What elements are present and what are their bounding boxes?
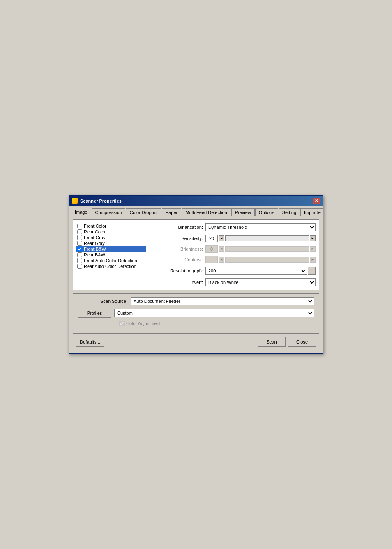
source-rear-bw[interactable]: Rear B&W <box>76 252 146 258</box>
binarization-control: Dynamic Threshold Fixed Processing Halft… <box>205 223 316 231</box>
resolution-custom-button[interactable]: ... <box>308 267 316 275</box>
sensitivity-row: Sensitivity: 20 ◄ ► <box>150 235 316 242</box>
resolution-control: 100 150 200 300 400 600 ... <box>205 267 316 275</box>
contrast-left-arrow: ◄ <box>219 257 224 263</box>
color-adjustment-checkbox <box>119 321 125 326</box>
sensitivity-value: 20 <box>205 235 218 242</box>
image-source-list: Front Color Rear Color Front Gray Rear G… <box>76 223 146 286</box>
invert-select[interactable]: Black on White White on Black <box>205 278 316 286</box>
close-window-button[interactable]: ✕ <box>313 198 320 204</box>
contrast-value <box>205 256 218 263</box>
source-front-color-checkbox[interactable] <box>77 224 82 228</box>
main-panel: Front Color Rear Color Front Gray Rear G… <box>73 219 319 290</box>
title-bar-left: Scanner Properties <box>72 198 122 204</box>
footer-right-buttons: Scan Close <box>258 337 316 347</box>
tab-imprinter[interactable]: Imprinter <box>300 208 323 216</box>
source-front-color[interactable]: Front Color <box>76 223 146 229</box>
sensitivity-label: Sensitivity: <box>150 236 203 241</box>
source-rear-bw-label: Rear B&W <box>84 252 105 257</box>
source-front-gray-label: Front Gray <box>84 235 106 240</box>
tab-options[interactable]: Options <box>255 208 278 216</box>
source-front-gray[interactable]: Front Gray <box>76 235 146 240</box>
binarization-row: Binarization: Dynamic Threshold Fixed Pr… <box>150 223 316 231</box>
brightness-row: Brightness: 0 ◄ ► <box>150 245 316 253</box>
source-rear-auto-checkbox[interactable] <box>77 264 82 269</box>
source-rear-gray[interactable]: Rear Gray <box>76 240 146 246</box>
sensitivity-left-arrow[interactable]: ◄ <box>219 235 224 241</box>
source-rear-bw-checkbox[interactable] <box>77 252 82 257</box>
contrast-row: Contrast: ◄ ► <box>150 256 316 263</box>
sensitivity-right-arrow[interactable]: ► <box>310 235 316 241</box>
scanner-properties-window: Scanner Properties ✕ Image Compression C… <box>69 195 323 354</box>
source-front-bw-label: Front B&W <box>84 247 106 251</box>
source-rear-auto-label: Rear Auto Color Detection <box>84 264 136 269</box>
sensitivity-slider[interactable] <box>225 235 309 241</box>
resolution-select[interactable]: 100 150 200 300 400 600 <box>205 267 307 275</box>
settings-panel: Binarization: Dynamic Threshold Fixed Pr… <box>150 223 316 286</box>
defaults-button[interactable]: Defaults... <box>76 337 104 347</box>
contrast-slider <box>225 257 309 263</box>
tab-preview[interactable]: Preview <box>231 208 255 216</box>
source-rear-auto[interactable]: Rear Auto Color Detection <box>76 263 146 269</box>
invert-row: Invert: Black on White White on Black <box>150 278 316 286</box>
scan-source-select[interactable]: Auto Document Feeder Flatbed ADF Front A… <box>131 297 314 305</box>
binarization-label: Binarization: <box>150 225 203 230</box>
source-front-auto-checkbox[interactable] <box>77 258 82 263</box>
contrast-control: ◄ ► <box>205 256 316 263</box>
bottom-section: Scan Source: Auto Document Feeder Flatbe… <box>73 293 319 330</box>
tab-multifeed[interactable]: Multi-Feed Detection <box>182 208 231 216</box>
source-front-color-label: Front Color <box>84 224 106 228</box>
sensitivity-control: 20 ◄ ► <box>205 235 316 242</box>
tab-paper[interactable]: Paper <box>162 208 181 216</box>
brightness-left-arrow: ◄ <box>219 246 224 252</box>
tab-image[interactable]: Image <box>71 208 91 216</box>
profiles-select[interactable]: Custom Black & White Grayscale Color <box>114 309 314 317</box>
invert-control: Black on White White on Black <box>205 278 316 286</box>
brightness-control: 0 ◄ ► <box>205 245 316 253</box>
footer-bar: Defaults... Scan Close <box>73 333 319 350</box>
scan-source-row: Scan Source: Auto Document Feeder Flatbe… <box>78 297 314 305</box>
brightness-label: Brightness: <box>150 247 203 251</box>
tabs-bar: Image Compression Color Dropout Paper Mu… <box>69 206 323 216</box>
source-front-auto[interactable]: Front Auto Color Detection <box>76 258 146 263</box>
title-bar: Scanner Properties ✕ <box>69 196 323 206</box>
source-rear-color[interactable]: Rear Color <box>76 229 146 235</box>
tab-color-dropout[interactable]: Color Dropout <box>126 208 161 216</box>
source-front-bw[interactable]: Front B&W <box>76 246 146 252</box>
invert-label: Invert: <box>150 280 203 285</box>
profiles-row: Profiles Custom Black & White Grayscale … <box>78 309 314 318</box>
window-title: Scanner Properties <box>80 198 122 203</box>
resolution-label: Resolution (dpi): <box>150 268 203 273</box>
brightness-slider <box>225 246 309 252</box>
close-button[interactable]: Close <box>288 337 316 347</box>
source-front-auto-label: Front Auto Color Detection <box>84 258 137 263</box>
tab-setting[interactable]: Setting <box>279 208 300 216</box>
color-adjustment-label: Color Adjustment: <box>126 321 162 326</box>
contrast-label: Contrast: <box>150 257 203 262</box>
binarization-select[interactable]: Dynamic Threshold Fixed Processing Halft… <box>205 223 316 231</box>
brightness-value: 0 <box>205 245 218 253</box>
scan-button[interactable]: Scan <box>258 337 286 347</box>
brightness-right-arrow: ► <box>310 246 316 252</box>
profiles-button[interactable]: Profiles <box>78 309 111 318</box>
tab-compression[interactable]: Compression <box>92 208 126 216</box>
content-area: Front Color Rear Color Front Gray Rear G… <box>69 216 323 353</box>
source-rear-color-checkbox[interactable] <box>77 229 82 234</box>
source-rear-color-label: Rear Color <box>84 229 106 234</box>
scanner-icon <box>72 198 78 204</box>
scan-source-label: Scan Source: <box>78 299 127 304</box>
resolution-row: Resolution (dpi): 100 150 200 300 400 60… <box>150 267 316 275</box>
source-rear-gray-label: Rear Gray <box>84 241 105 246</box>
source-front-bw-checkbox[interactable] <box>77 247 82 251</box>
source-rear-gray-checkbox[interactable] <box>77 241 82 246</box>
source-front-gray-checkbox[interactable] <box>77 235 82 240</box>
color-adjustment-row: Color Adjustment: <box>78 321 314 326</box>
contrast-right-arrow: ► <box>310 257 316 263</box>
